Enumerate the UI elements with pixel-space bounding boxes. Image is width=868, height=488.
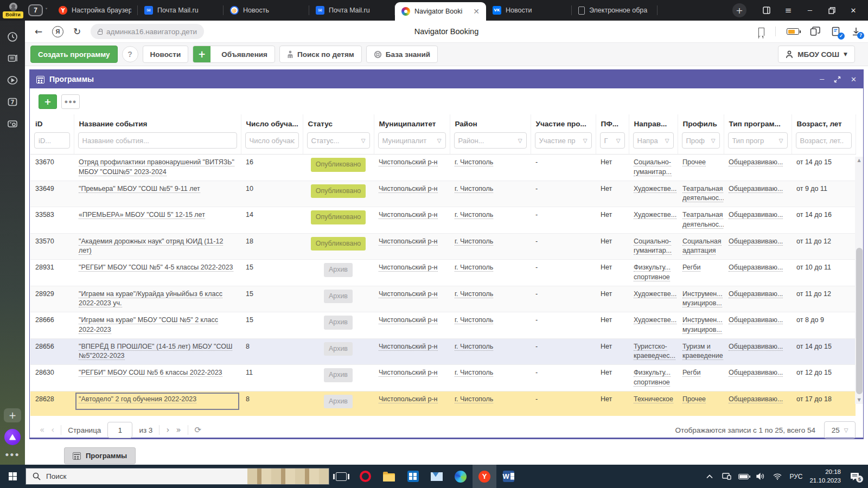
chevron-down-icon[interactable]: ▽ (779, 138, 783, 144)
downloads-icon[interactable]: 7 (852, 27, 860, 36)
page-number-input[interactable] (107, 422, 132, 438)
tabs-counter-icon[interactable]: 7 (5, 94, 20, 110)
tab-count-badge[interactable]: 7 (28, 4, 43, 16)
cell-link[interactable]: Физкульту... спортивное (634, 264, 671, 281)
cell-link[interactable]: Регби (682, 264, 700, 272)
chevron-down-icon[interactable]: ▽ (616, 138, 621, 144)
cell-link[interactable]: Общеразвиваю... (729, 343, 783, 351)
cell-link[interactable]: Общеразвиваю... (729, 395, 783, 403)
protected-page-icon[interactable]: ✓ (832, 27, 841, 37)
scroll-track[interactable] (855, 164, 863, 396)
cell-link[interactable]: Регби (682, 369, 700, 377)
cell-link[interactable]: Инструмен... музициров... (682, 290, 723, 308)
browser-tab[interactable]: Новость (224, 0, 309, 21)
cell-link[interactable]: Художестве... (634, 185, 676, 193)
browser-signin[interactable]: Войти (0, 0, 26, 21)
new-tab-button[interactable]: + (732, 3, 746, 17)
notification-center-button[interactable]: 5 (850, 472, 859, 480)
language-indicator[interactable]: РУС (789, 473, 802, 480)
cell-link[interactable]: Чистопольский р-н (379, 185, 438, 193)
cell-link[interactable]: Общеразвиваю... (729, 369, 783, 377)
cell-link[interactable]: Инструмен... музициров... (682, 316, 723, 334)
cell-link[interactable]: Чистопольский р-н (379, 211, 438, 219)
filter-box[interactable]: ▽ (600, 132, 625, 149)
program-name[interactable]: "РЕГБИ" МБОУ СОШ №5 6 классы 2022-2023 (79, 368, 236, 378)
program-name[interactable]: "РЕГБИ" МБОУ "СОШ №5" 4-5 классы 2022-20… (79, 263, 236, 273)
cast-icon[interactable] (722, 473, 731, 480)
more-icon[interactable]: ●●● (5, 451, 20, 458)
table-row[interactable]: 33670Отряд профилактики правонарушений "… (30, 155, 856, 181)
cell-link[interactable]: Чистопольский р-н (379, 264, 438, 272)
programs-taskbar-button[interactable]: Программы (64, 447, 136, 464)
column-header[interactable]: Название события (74, 114, 241, 131)
column-header[interactable]: Район (450, 114, 531, 131)
cell-link[interactable]: Общеразвиваю... (729, 290, 783, 298)
cell-link[interactable]: Общеразвиваю... (729, 185, 783, 193)
program-name[interactable]: «ПРЕМЬЕРА» МБОУ "СОШ 5" 12-15 лет (79, 210, 236, 220)
cell-link[interactable]: Чистопольский р-н (379, 369, 438, 377)
cell-link[interactable]: Прочее (682, 158, 706, 166)
chevron-down-icon[interactable]: ▽ (518, 138, 522, 144)
table-row[interactable]: 28630"РЕГБИ" МБОУ СОШ №5 6 классы 2022-2… (30, 365, 856, 391)
chevron-down-icon[interactable]: ▽ (583, 138, 588, 144)
filter-input[interactable] (39, 137, 66, 145)
cell-link[interactable]: Художестве... (634, 290, 676, 298)
taskbar-opera[interactable] (353, 465, 377, 488)
cell-link[interactable]: Художестве... (634, 316, 676, 324)
filter-box[interactable]: ▽ (378, 132, 446, 149)
announcements-button[interactable]: + Объявления (193, 46, 275, 63)
cell-link[interactable]: "ВПЕРЁД В ПРОШЛОЕ" (14-15 лет) МБОУ "СОШ… (79, 343, 232, 361)
browser-tab[interactable]: Почта Mail.ru (138, 0, 224, 21)
cell-link[interactable]: Театральная деятельнос... (682, 185, 724, 203)
cell-link[interactable]: Театральная деятельнос... (682, 211, 724, 229)
task-view-button[interactable] (329, 465, 353, 488)
wifi-icon[interactable] (773, 473, 782, 480)
filter-box[interactable]: ▽ (633, 132, 674, 149)
cell-link[interactable]: Туризм и краеведение (682, 343, 723, 361)
minimize-icon[interactable]: ─ (805, 7, 815, 15)
cell-link[interactable]: Техническое (634, 395, 673, 403)
cell-link[interactable]: Физкульту... спортивное (634, 369, 671, 387)
table-row[interactable]: 33649"Премьера" МБОУ "СОШ №5" 9-11 лет10… (30, 181, 856, 207)
url-field[interactable]: админка16.навигатор.дети (91, 24, 204, 39)
filter-input[interactable] (604, 137, 614, 145)
filter-input[interactable] (250, 137, 295, 145)
filter-input[interactable] (732, 137, 777, 145)
chevron-down-icon[interactable]: ▽ (665, 138, 669, 144)
cell-link[interactable]: г. Чистополь (455, 158, 493, 166)
battery-saver-icon[interactable] (787, 28, 799, 35)
add-panel-icon[interactable]: + (4, 408, 21, 422)
column-header[interactable]: Направ... (629, 114, 678, 131)
taskbar-mail[interactable] (425, 465, 449, 488)
cell-link[interactable]: "Премьера" МБОУ "СОШ №5" 9-11 лет (79, 185, 200, 193)
tab-counter[interactable]: 7 ˅ (28, 0, 48, 21)
program-name[interactable]: "ВПЕРЁД В ПРОШЛОЕ" (14-15 лет) МБОУ "СОШ… (79, 342, 236, 362)
cell-link[interactable]: Чистопольский р-н (379, 395, 438, 403)
filter-input[interactable] (637, 137, 663, 145)
cell-link[interactable]: "РЕГБИ" МБОУ "СОШ №5" 4-5 классы 2022-20… (79, 264, 233, 272)
window-header[interactable]: Программы ─ ✕ (30, 70, 863, 88)
cell-link[interactable]: "РЕГБИ" МБОУ СОШ №5 6 классы 2022-2023 (79, 369, 222, 377)
cell-link[interactable]: «ПРЕМЬЕРА» МБОУ "СОШ 5" 12-15 лет (79, 211, 205, 219)
taskbar-explorer[interactable] (377, 465, 401, 488)
child-search-button[interactable]: Поиск по детям (279, 46, 362, 63)
add-record-button[interactable]: + (39, 94, 57, 109)
filter-input[interactable] (800, 137, 847, 145)
hidden-icons-chevron[interactable] (705, 474, 714, 479)
scroll-up-icon[interactable]: ▲ (857, 157, 860, 164)
page-size-select[interactable]: 25 ▽ (824, 421, 856, 439)
cell-link[interactable]: г. Чистополь (455, 211, 493, 219)
browser-tab[interactable]: Почта Mail.ru (309, 0, 395, 21)
taskbar-word[interactable]: W (496, 465, 520, 488)
column-header[interactable]: Профиль (678, 114, 724, 131)
cell-link[interactable]: г. Чистополь (455, 264, 493, 272)
table-row[interactable]: 28666"Играем на курае" МБОУ "СОШ №5" 2 к… (30, 312, 856, 339)
filter-box[interactable] (78, 132, 237, 149)
refresh-icon[interactable]: ↻ (71, 26, 83, 37)
create-program-button[interactable]: Создать программу (30, 46, 118, 63)
taskbar-store[interactable] (401, 465, 425, 488)
table-row[interactable]: 33583«ПРЕМЬЕРА» МБОУ "СОШ 5" 12-15 лет14… (30, 207, 856, 234)
search-promo-image[interactable] (247, 468, 329, 484)
column-header[interactable]: Муниципалитет (374, 114, 450, 131)
column-header[interactable]: Тип програм... (724, 114, 792, 131)
